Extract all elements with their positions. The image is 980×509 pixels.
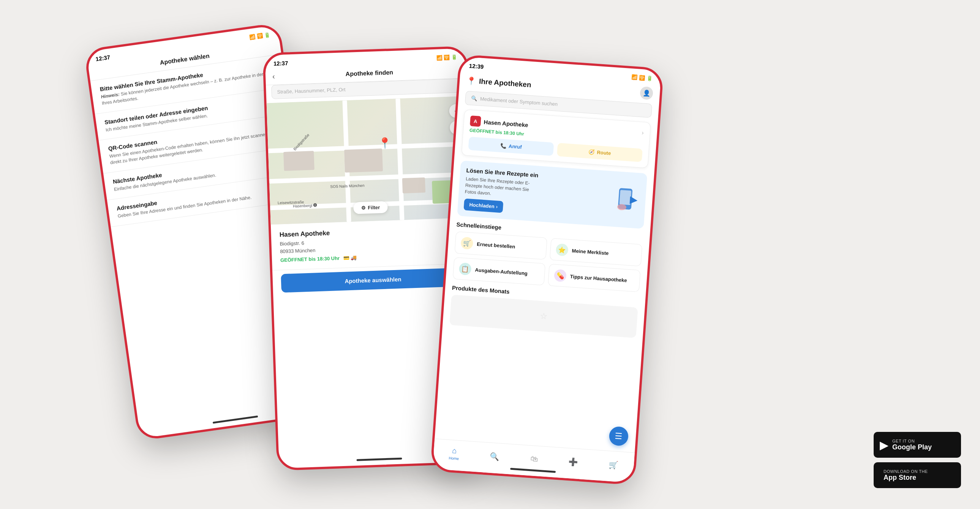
star-icon: ☆: [540, 311, 548, 321]
quick-item-2[interactable]: 📋 Ausgaben-Aufstellung: [453, 257, 546, 286]
search-nav-icon: 🔍: [490, 451, 500, 461]
map-building-3: [402, 177, 425, 193]
status-icons-left: 📶 🛜 🔋: [249, 32, 271, 41]
filter-label: Filter: [368, 204, 380, 210]
app-store-main: App Store: [883, 474, 928, 482]
phone-icon: 📞: [500, 143, 507, 149]
home-bar-center: [356, 458, 402, 461]
app-store-text: Download on the App Store: [883, 469, 928, 482]
hasen-logo: A: [470, 116, 481, 127]
quick-label-0: Erneut bestellen: [477, 241, 515, 250]
chevron-right-icon[interactable]: ›: [641, 129, 644, 136]
route-label: Route: [597, 149, 611, 156]
avatar[interactable]: 👤: [640, 86, 653, 100]
google-play-icon: ▶: [880, 438, 888, 452]
open-text: GEÖFFNET bis 18:30 Uhr: [280, 255, 340, 263]
google-play-text: GET IT ON Google Play: [892, 439, 932, 451]
filter-button[interactable]: ⚙ Filter: [353, 201, 388, 214]
anruf-button[interactable]: 📞 Anruf: [468, 137, 554, 156]
app-store-badge[interactable]: Download on the App Store: [873, 462, 961, 488]
map-label-hasenbergl: Hasenbergl 🅤: [293, 203, 317, 208]
chevron-icon: ›: [496, 204, 498, 210]
map-pin-pharmacy[interactable]: 📍: [378, 137, 391, 150]
hasen-title: Hasen Apotheke: [484, 119, 528, 128]
google-play-main: Google Play: [892, 443, 932, 451]
nav-plus[interactable]: ➕: [568, 457, 579, 467]
nav-cart[interactable]: 🛒: [609, 460, 619, 469]
quick-label-3: Tipps zur Hausapotheke: [570, 274, 627, 283]
quick-icon-3: 💊: [554, 269, 567, 282]
plus-nav-icon: ➕: [568, 457, 579, 467]
nav-bag[interactable]: 🛍: [530, 454, 538, 463]
hochladen-button[interactable]: Hochladen ›: [463, 199, 503, 213]
google-play-sub: GET IT ON: [892, 439, 932, 443]
nav-home-label: Home: [449, 456, 459, 461]
phones-area: 12:37 📶 🛜 🔋 Apotheke wählen Bitte wählen…: [110, 11, 832, 498]
map-area[interactable]: Biodigstraße Leisewitzstraße EDEKA Cente…: [267, 96, 471, 224]
fab-button[interactable]: ☰: [609, 426, 628, 446]
google-play-badge[interactable]: ▶ GET IT ON Google Play: [873, 432, 961, 458]
rezepte-image: [608, 183, 640, 216]
ihr-apotheken-label: Ihre Apotheken: [479, 77, 531, 89]
hochladen-label: Hochladen: [469, 202, 495, 210]
search-placeholder-right: Medikament oder Symptom suchen: [480, 96, 558, 107]
bag-nav-icon: 🛍: [530, 454, 538, 463]
search-placeholder-center: Straße, Hausnummer, PLZ, Ort: [277, 87, 345, 95]
route-button[interactable]: 🧭 Route: [557, 143, 643, 162]
time-left: 12:37: [95, 54, 111, 62]
map-building-edeka: [344, 148, 383, 172]
rezepte-text: Lösen Sie Ihre Rezepte ein Laden Sie Ihr…: [463, 167, 542, 216]
rezepte-card: Lösen Sie Ihre Rezepte ein Laden Sie Ihr…: [457, 161, 647, 229]
map-building-1: [283, 151, 315, 171]
status-icons-right: 📶 🛜 🔋: [631, 74, 652, 81]
select-pharmacy-button[interactable]: Apotheke auswählen: [281, 268, 465, 293]
svg-marker-2: [630, 196, 638, 204]
service-icons: 💳 🚚: [343, 254, 357, 261]
nav-search[interactable]: 🔍: [490, 451, 500, 461]
cart-nav-icon: 🛒: [609, 460, 619, 469]
status-icons-center: 📶 🛜 🔋: [436, 54, 457, 61]
quick-icon-1: ⭐: [556, 243, 569, 256]
store-badges: ▶ GET IT ON Google Play Download on the …: [873, 432, 961, 488]
svg-rect-1: [619, 190, 631, 205]
anruf-label: Anruf: [509, 143, 522, 150]
back-button[interactable]: ‹: [272, 72, 275, 81]
quick-item-3[interactable]: 💊 Tipps zur Hausapotheke: [548, 264, 640, 293]
time-right: 12:39: [469, 62, 484, 70]
pin-icon: 📍: [466, 76, 476, 86]
app-store-sub: Download on the: [883, 469, 928, 474]
screen-title-center: Apotheke finden: [279, 67, 459, 80]
quick-icon-0: 🛒: [460, 237, 473, 250]
map-label-sos: SOS Nails München: [330, 183, 364, 189]
bottom-nav: ⌂ Home 🔍 🛍 ➕ 🛒: [433, 438, 635, 483]
filter-icon: ⚙: [361, 205, 366, 211]
quick-icon-2: 📋: [459, 262, 472, 275]
home-nav-icon: ⌂: [452, 446, 457, 455]
pharmacy-card: 8.9k Hasen Apotheke Biodigstr. 6 80933 M…: [271, 218, 473, 270]
nav-home[interactable]: ⌂ Home: [449, 446, 460, 461]
quick-label-1: Meine Merkliste: [572, 248, 609, 256]
phone-right: 12:39 📶 🛜 🔋 📍 Ihre Apotheken 👤 🔍 Medikam…: [430, 54, 663, 485]
search-icon: 🔍: [471, 95, 477, 102]
route-icon: 🧭: [589, 149, 595, 155]
quick-label-2: Ausgaben-Aufstellung: [475, 267, 528, 277]
rezepte-desc: Laden Sie Ihre Rezepte oder E-Rezepte ho…: [465, 176, 542, 200]
time-center: 12:37: [274, 60, 288, 67]
ihr-apotheken-title: 📍 Ihre Apotheken: [466, 76, 531, 90]
